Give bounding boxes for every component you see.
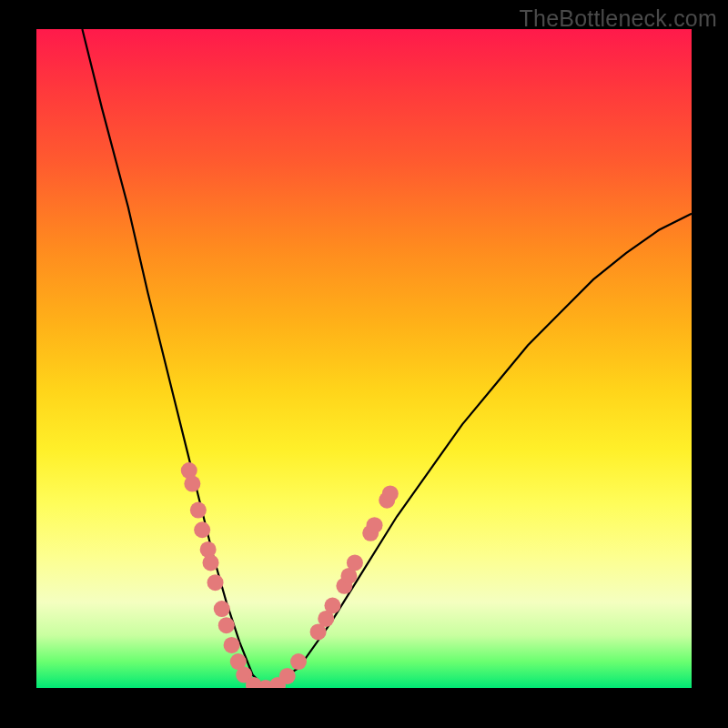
data-marker xyxy=(347,554,363,571)
plot-area xyxy=(36,29,692,688)
data-marker xyxy=(214,601,230,617)
data-marker xyxy=(224,637,240,653)
data-marker xyxy=(218,617,235,633)
chart-svg xyxy=(36,29,692,688)
chart-frame: TheBottleneck.com xyxy=(0,0,728,728)
data-marker xyxy=(190,502,207,519)
marker-layer xyxy=(181,462,399,688)
data-marker xyxy=(290,653,307,670)
data-marker xyxy=(279,668,296,684)
data-marker xyxy=(184,476,200,492)
data-marker xyxy=(207,574,224,591)
watermark-text: TheBottleneck.com xyxy=(520,5,717,32)
data-marker xyxy=(203,554,219,571)
data-marker xyxy=(194,521,210,538)
bottleneck-curve xyxy=(82,29,692,688)
data-marker xyxy=(382,485,399,501)
data-marker xyxy=(324,598,340,614)
data-marker xyxy=(367,517,383,533)
